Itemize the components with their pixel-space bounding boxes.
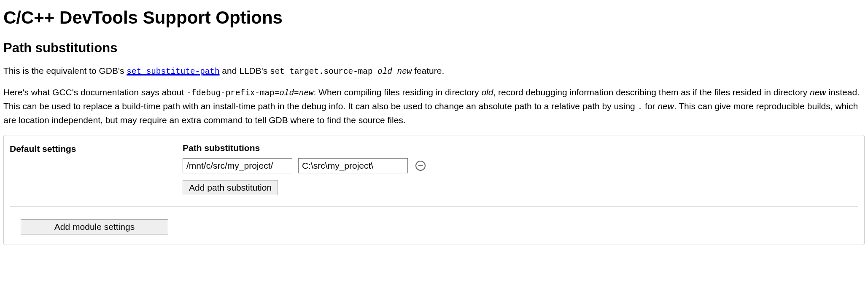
inline-code: set target.source-map old new xyxy=(270,67,412,76)
text: This is the equivalent to GDB's xyxy=(3,66,127,75)
inline-code: -fdebug-prefix-map=old=new xyxy=(186,89,313,98)
text: -fdebug-prefix-map= xyxy=(186,89,279,98)
default-settings-label: Default settings xyxy=(10,143,174,154)
settings-right-column: Path substitutions Add path substitution xyxy=(183,143,858,195)
em-old: old xyxy=(481,87,493,97)
path-substitution-row xyxy=(183,158,858,173)
remove-row-button[interactable] xyxy=(415,161,426,171)
em-new: new xyxy=(299,89,314,98)
text: Here's what GCC's documentation says abo… xyxy=(3,87,186,97)
em-old: old xyxy=(377,67,392,76)
path-from-input[interactable] xyxy=(183,158,292,173)
add-module-wrapper: Add module settings xyxy=(10,219,858,234)
add-path-substitution-button[interactable]: Add path substitution xyxy=(183,180,278,195)
inline-code-dot: . xyxy=(638,102,643,112)
text: , record debugging information describin… xyxy=(493,87,810,97)
page-title: C/C++ DevTools Support Options xyxy=(3,8,865,28)
set-substitute-path-link[interactable]: set substitute-path xyxy=(127,66,219,75)
text xyxy=(392,67,397,76)
section-heading: Path substitutions xyxy=(3,40,865,56)
path-to-input[interactable] xyxy=(298,158,408,173)
minus-icon xyxy=(418,165,423,166)
em-new: new xyxy=(658,101,674,111)
path-substitutions-subheading: Path substitutions xyxy=(183,143,858,153)
default-settings-row: Default settings Path substitutions Add … xyxy=(10,143,858,195)
description-paragraph-2: Here's what GCC's documentation says abo… xyxy=(3,86,865,127)
description-paragraph-1: This is the equivalent to GDB's set subs… xyxy=(3,64,865,78)
em-new: new xyxy=(397,67,412,76)
settings-panel: Default settings Path substitutions Add … xyxy=(3,135,865,245)
text: : When compiling files residing in direc… xyxy=(313,87,481,97)
add-module-settings-button[interactable]: Add module settings xyxy=(21,219,168,234)
em-old: old xyxy=(279,89,294,98)
divider xyxy=(10,206,858,207)
text: set target.source-map xyxy=(270,67,377,76)
em-new: new xyxy=(810,87,826,97)
text: = xyxy=(294,89,299,98)
text: feature. xyxy=(412,66,444,75)
link-code: set substitute-path xyxy=(127,67,219,76)
text: for xyxy=(642,101,658,111)
text: and LLDB's xyxy=(220,66,270,75)
